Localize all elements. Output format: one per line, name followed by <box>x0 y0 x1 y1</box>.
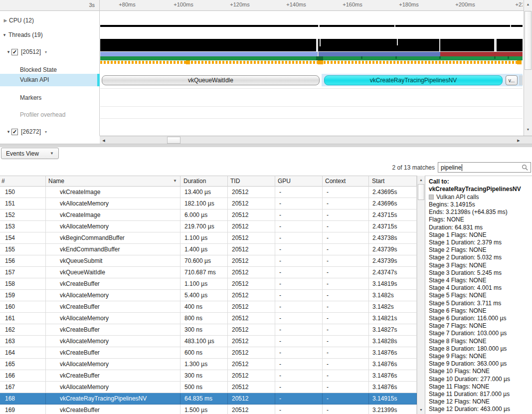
table-row[interactable]: 166vkCreateBuffer300 ns20512--3.14876s <box>0 370 417 382</box>
table-row[interactable]: 160vkCreateBuffer400 ns20512--3.1482s <box>0 301 417 313</box>
cell-gpu: - <box>275 301 323 313</box>
table-row[interactable]: 157vkQueueWaitIdle710.687 ms20512--2.437… <box>0 267 417 278</box>
timeline-vertical-scrollbar[interactable]: ▲ ▼ <box>524 0 532 136</box>
table-row[interactable]: 165vkAllocateMemory1.300 µs20512--3.1487… <box>0 359 417 370</box>
table-row[interactable]: 161vkAllocateMemory800 ns20512--3.14821s <box>0 313 417 324</box>
pane-splitter[interactable] <box>0 144 532 147</box>
detail-line: Stage 9 Duration: 363.000 µs <box>429 360 532 368</box>
expanded-expander-icon[interactable]: ▾ <box>1 32 7 37</box>
horizontal-scrollbar-thumb[interactable] <box>167 137 180 144</box>
sidebar-item-blocked-state[interactable]: Blocked State <box>0 65 100 74</box>
detail-line: Ends: 3.21398s (+64.835 ms) <box>429 208 532 216</box>
sidebar-item-thread-20512[interactable]: ▾ ✓ [20512] ▾ <box>0 47 100 56</box>
thread-20512-checkbox[interactable]: ✓ <box>11 49 18 55</box>
cell-tid: 20512 <box>228 324 275 336</box>
table-row[interactable]: 159vkAllocateMemory5.400 µs20512--3.1482… <box>0 290 417 301</box>
column-header-name[interactable]: Name▼ <box>46 176 180 187</box>
api-density-track[interactable] <box>100 56 523 60</box>
marker-density-track[interactable] <box>100 61 523 64</box>
cell-tid: 20512 <box>228 278 275 290</box>
details-event-name: vkCreateRayTracingPipelinesNV <box>429 186 532 193</box>
column-header-num[interactable]: # <box>0 176 46 187</box>
thread-state-track[interactable] <box>100 52 523 56</box>
vkqueuewaitidle-event-bar[interactable]: vkQueueWaitIdle <box>102 75 320 85</box>
cell-start: 3.1482s <box>369 301 417 313</box>
detail-line: Stage 11 Flags: NONE <box>429 383 532 391</box>
column-header-tid[interactable]: TID <box>228 176 275 187</box>
cell-context: - <box>323 313 369 324</box>
table-scrollbar-thumb[interactable] <box>418 184 424 200</box>
cell-duration: 300 ns <box>180 324 228 336</box>
sidebar-item-vulkan-api[interactable]: Vulkan API <box>0 74 100 86</box>
sidebar-item-threads[interactable]: ▾ Threads (19) <box>0 30 100 39</box>
scroll-right-icon[interactable]: ▶ <box>515 137 522 144</box>
detail-line: Stage 1 Flags: NONE <box>429 231 532 239</box>
table-row[interactable]: 155vkEndCommandBuffer1.400 µs20512--2.43… <box>0 244 417 255</box>
expanded-expander-icon[interactable]: ▾ <box>5 49 11 54</box>
table-row[interactable]: 151vkAllocateMemory182.100 µs20512--2.43… <box>0 198 417 209</box>
cell-num: 151 <box>0 198 46 209</box>
scroll-up-icon[interactable]: ▲ <box>417 176 425 184</box>
table-row[interactable]: 153vkAllocateMemory219.700 µs20512--2.43… <box>0 221 417 232</box>
vertical-scrollbar-thumb[interactable] <box>525 11 532 70</box>
timeline-horizontal-scrollbar[interactable]: ◀ ▶ <box>100 136 523 144</box>
detail-line: Stage 5 Duration: 3.711 ms <box>429 300 532 307</box>
cell-duration: 500 ns <box>180 382 228 393</box>
cell-tid: 20512 <box>228 244 275 255</box>
table-row[interactable]: 167vkAllocateMemory500 ns20512--3.14876s <box>0 382 417 393</box>
table-row[interactable]: 156vkQueueSubmit70.600 µs20512--2.43739s <box>0 255 417 267</box>
timeline-canvas[interactable]: vkQueueWaitIdle vkCreateRayTracingPipeli… <box>100 11 523 136</box>
sidebar-item-cpu[interactable]: ▶ CPU (12) <box>0 16 100 25</box>
column-header-duration[interactable]: Duration <box>180 176 228 187</box>
overflow-events-chip[interactable]: v... <box>506 75 518 85</box>
cell-context: - <box>323 221 369 232</box>
column-header-context[interactable]: Context <box>323 176 369 187</box>
clipped-event-bar[interactable] <box>522 75 523 85</box>
sidebar-item-thread-26272[interactable]: ▾ ✓ [26272] ▾ <box>0 127 100 136</box>
scroll-up-icon[interactable]: ▲ <box>524 0 532 8</box>
cell-duration: 5.400 µs <box>180 290 228 301</box>
column-header-label: Start <box>372 176 384 187</box>
thread-options-caret-icon[interactable]: ▾ <box>45 130 47 134</box>
cell-num: 169 <box>0 405 46 414</box>
details-lines: Begins: 3.14915sEnds: 3.21398s (+64.835 … <box>429 201 532 414</box>
table-vertical-scrollbar[interactable]: ▲ ▼ <box>417 176 425 414</box>
table-row[interactable]: 150vkCreateImage13.400 µs20512--2.43695s <box>0 187 417 198</box>
thread-26272-checkbox[interactable]: ✓ <box>11 129 18 135</box>
table-row[interactable]: 154vkBeginCommandBuffer1.100 µs20512--2.… <box>0 232 417 244</box>
cell-duration: 13.400 µs <box>180 187 228 198</box>
vkcreateraytracingpipelinesnv-event-bar[interactable]: vkCreateRayTracingPipelinesNV <box>324 75 503 85</box>
column-header-gpu[interactable]: GPU <box>275 176 323 187</box>
cell-duration: 6.000 µs <box>180 209 228 221</box>
timeline-ruler: 3s +80ms+100ms+120ms+140ms+160ms+180ms+2… <box>0 0 532 11</box>
table-row[interactable]: 152vkCreateImage6.000 µs20512--2.43715s <box>0 209 417 221</box>
events-view-dropdown[interactable]: Events View ▼ <box>1 148 59 159</box>
cell-context: - <box>323 255 369 267</box>
sidebar-item-markers[interactable]: Markers <box>0 93 100 102</box>
clipped-event-bar[interactable] <box>520 75 521 85</box>
thread-options-caret-icon[interactable]: ▾ <box>45 50 47 54</box>
table-row[interactable]: 162vkCreateBuffer300 ns20512--3.14827s <box>0 324 417 336</box>
cell-context: - <box>323 382 369 393</box>
cell-tid: 20512 <box>228 313 275 324</box>
cell-start: 2.43747s <box>369 267 417 278</box>
table-row[interactable]: 168vkCreateRayTracingPipelinesNV64.835 m… <box>0 393 417 405</box>
ruler-tick-label: +120ms <box>230 1 249 7</box>
scroll-left-icon[interactable]: ◀ <box>100 137 107 144</box>
expanded-expander-icon[interactable]: ▾ <box>5 129 11 134</box>
events-view-label: Events View <box>6 150 39 157</box>
table-row[interactable]: 163vkAllocateMemory483.100 µs20512--3.14… <box>0 336 417 347</box>
search-input[interactable]: pipeline <box>438 162 531 173</box>
column-header-start[interactable]: Start <box>369 176 417 187</box>
table-row[interactable]: 158vkCreateBuffer1.100 µs20512--3.14819s <box>0 278 417 290</box>
cell-num: 152 <box>0 209 46 221</box>
thread-activity-track[interactable] <box>100 39 523 51</box>
table-row[interactable]: 169vkCreateBuffer1.500 µs20512--3.21399s <box>0 405 417 414</box>
scroll-down-icon[interactable]: ▼ <box>417 406 425 414</box>
table-row[interactable]: 164vkCreateBuffer600 ns20512--3.14876s <box>0 347 417 359</box>
track-gap <box>320 39 321 46</box>
collapsed-expander-icon[interactable]: ▶ <box>2 18 8 23</box>
scroll-down-icon[interactable]: ▼ <box>524 126 532 134</box>
cpu-utilization-track[interactable] <box>100 25 523 27</box>
sidebar-item-profiler-overhead[interactable]: Profiler overhead <box>0 110 100 119</box>
